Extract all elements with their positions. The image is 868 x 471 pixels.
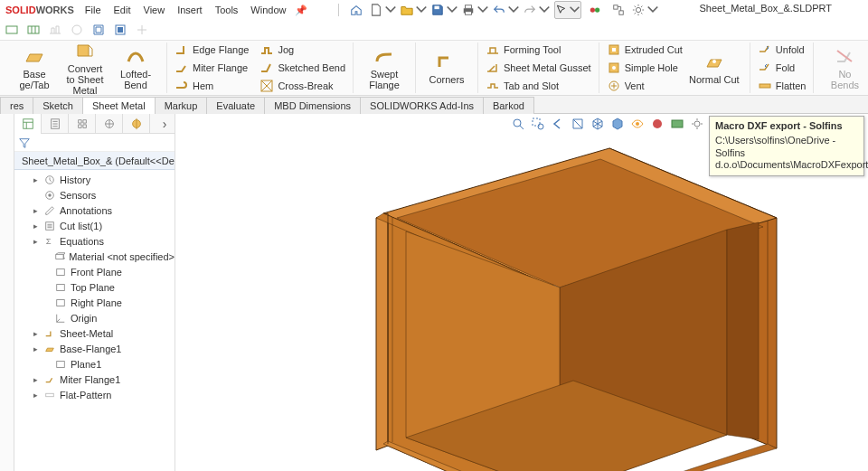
tree-plane1[interactable]: Plane1: [14, 356, 175, 372]
tab-sheet-metal[interactable]: Sheet Metal: [82, 97, 156, 114]
forming-tool-button[interactable]: Forming Tool: [484, 42, 593, 58]
hide-show-icon[interactable]: [629, 116, 646, 132]
tool-icon-6[interactable]: [112, 22, 128, 38]
traffic-light-icon[interactable]: [585, 1, 605, 19]
select-icon[interactable]: [554, 1, 581, 19]
zoom-fit-icon[interactable]: [510, 116, 526, 132]
no-bends-button[interactable]: No Bends: [819, 45, 868, 90]
print-icon[interactable]: [462, 1, 489, 19]
open-file-icon[interactable]: [401, 1, 428, 19]
tree-equations[interactable]: ▸ΣEquations: [14, 233, 175, 249]
tab-sketch[interactable]: Sketch: [33, 97, 83, 114]
display-manager-tab-icon[interactable]: [123, 114, 150, 134]
apply-scene-icon[interactable]: [669, 116, 685, 132]
cross-break-button[interactable]: Cross-Break: [258, 78, 347, 94]
menu-view[interactable]: View: [144, 5, 165, 15]
tab-barkod[interactable]: Barkod: [483, 97, 534, 114]
fold-button[interactable]: Fold: [756, 60, 808, 76]
sheet-metal-gusset-button[interactable]: Sheet Metal Gusset: [484, 60, 593, 76]
tree-root-label: Sheet_Metal_Box_& (Default<<Default>: [22, 155, 175, 166]
vent-button[interactable]: Vent: [605, 78, 684, 94]
hem-button[interactable]: Hem: [173, 78, 250, 94]
app-logo: SOLIDWORKS: [5, 4, 74, 16]
menu-window[interactable]: Window: [250, 5, 286, 15]
tool-icon-7[interactable]: [134, 22, 150, 38]
edit-appearance-icon[interactable]: [649, 116, 665, 132]
feature-tree: ▸History Sensors ▸Annotations ▸Cut list(…: [14, 170, 175, 471]
structure-icon[interactable]: [609, 1, 628, 19]
section-view-icon[interactable]: [570, 116, 586, 132]
tab-mbd-dimensions[interactable]: MBD Dimensions: [264, 97, 361, 114]
svg-rect-38: [57, 361, 65, 367]
configuration-manager-tab-icon[interactable]: [69, 114, 96, 134]
tree-root[interactable]: Sheet_Metal_Box_& (Default<<Default>: [14, 152, 175, 170]
filter-icon[interactable]: [18, 137, 31, 149]
miter-flange-button[interactable]: Miter Flange: [173, 60, 250, 76]
undo-icon[interactable]: [493, 1, 520, 19]
base-flange-tab-button[interactable]: Base ge/Tab: [9, 45, 60, 90]
tree-annotations[interactable]: ▸Annotations: [14, 203, 175, 218]
tab-features[interactable]: res: [0, 97, 33, 114]
svg-rect-6: [614, 5, 618, 9]
tree-sensors[interactable]: Sensors: [14, 187, 175, 203]
sketched-bend-button[interactable]: Sketched Bend: [258, 60, 347, 76]
tree-top-plane[interactable]: Top Plane: [14, 279, 175, 295]
tree-history[interactable]: ▸History: [14, 172, 175, 187]
view-settings-icon[interactable]: [689, 116, 705, 132]
tree-front-plane[interactable]: Front Plane: [14, 264, 175, 279]
tool-icon-4[interactable]: [69, 22, 85, 38]
convert-to-sheet-metal-button[interactable]: Convert to Sheet Metal: [60, 40, 110, 96]
menu-insert[interactable]: Insert: [177, 5, 203, 15]
save-icon[interactable]: [431, 1, 458, 19]
tree-flat-pattern[interactable]: ▸Flat-Pattern: [14, 387, 175, 402]
svg-rect-36: [57, 284, 65, 290]
lofted-bend-button[interactable]: Lofted-Bend: [110, 45, 161, 90]
menu-edit[interactable]: Edit: [114, 5, 131, 15]
property-manager-tab-icon[interactable]: [42, 114, 69, 134]
zoom-area-icon[interactable]: [530, 116, 546, 132]
simple-hole-button[interactable]: Simple Hole: [605, 60, 684, 76]
panel-expand-icon[interactable]: ›: [155, 117, 175, 131]
extruded-cut-button[interactable]: Extruded Cut: [605, 42, 684, 58]
tab-solidworks-addins[interactable]: SOLIDWORKS Add-Ins: [360, 97, 484, 114]
tree-miter-flange[interactable]: ▸Miter Flange1: [14, 372, 175, 387]
svg-rect-45: [672, 120, 683, 127]
menu-tools[interactable]: Tools: [215, 5, 239, 15]
tab-markup[interactable]: Markup: [155, 97, 208, 114]
graphics-viewport[interactable]: Macro DXF export - Solfins C:\Users\solf…: [175, 114, 868, 471]
tab-and-slot-button[interactable]: Tab and Slot: [484, 78, 593, 94]
tab-evaluate[interactable]: Evaluate: [206, 97, 265, 114]
normal-cut-button[interactable]: Normal Cut: [684, 51, 744, 85]
view-orientation-icon[interactable]: [590, 116, 606, 132]
home-icon[interactable]: [346, 1, 366, 19]
svg-point-46: [694, 121, 700, 127]
tree-right-plane[interactable]: Right Plane: [14, 295, 175, 310]
jog-button[interactable]: Jog: [258, 42, 347, 58]
display-style-icon[interactable]: [609, 116, 626, 132]
tree-material[interactable]: Material <not specified>: [14, 249, 175, 264]
tree-cutlist[interactable]: ▸Cut list(1): [14, 218, 175, 233]
previous-view-icon[interactable]: [550, 116, 566, 132]
pin-icon[interactable]: 📌: [295, 5, 307, 16]
tool-icon-1[interactable]: [4, 22, 20, 38]
flatten-button[interactable]: Flatten: [756, 78, 808, 94]
unfold-button[interactable]: Unfold: [756, 42, 808, 58]
redo-icon[interactable]: [524, 1, 551, 19]
tool-icon-3[interactable]: [47, 22, 63, 38]
corners-button[interactable]: Corners: [421, 51, 472, 85]
tool-icon-5[interactable]: [90, 22, 107, 38]
tree-base-flange[interactable]: ▸Base-Flange1: [14, 341, 175, 356]
new-file-icon[interactable]: [370, 1, 397, 19]
tool-icon-2[interactable]: [25, 22, 42, 38]
model-3d-box: [356, 132, 790, 471]
tree-sheet-metal[interactable]: ▸Sheet-Metal: [14, 325, 175, 341]
edge-flange-button[interactable]: Edge Flange: [173, 42, 250, 58]
tree-origin[interactable]: Origin: [14, 310, 175, 325]
swept-flange-button[interactable]: Swept Flange: [359, 45, 410, 90]
feature-manager-tab-icon[interactable]: [14, 114, 42, 134]
svg-rect-35: [57, 268, 65, 275]
menu-file[interactable]: File: [85, 5, 101, 15]
tree-filter-row: [14, 134, 175, 152]
dimxpert-manager-tab-icon[interactable]: [96, 114, 123, 134]
settings-icon[interactable]: [632, 1, 659, 19]
